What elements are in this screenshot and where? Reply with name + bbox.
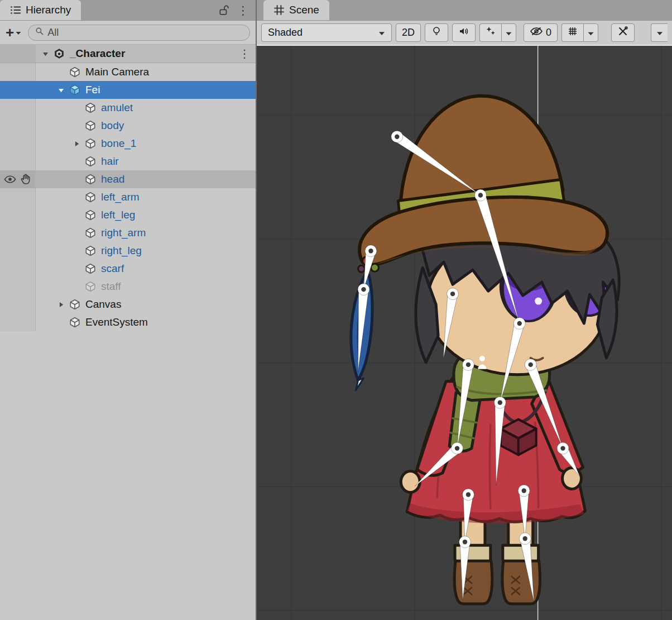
scene-audio-toggle[interactable] xyxy=(452,23,476,42)
chevron-down-icon xyxy=(588,27,594,39)
cube-icon xyxy=(68,298,81,311)
row-gutter xyxy=(0,81,36,99)
foldout-collapsed-icon[interactable] xyxy=(69,140,84,147)
search-icon xyxy=(35,27,44,38)
cube-disabled-icon xyxy=(84,280,97,293)
bone-joint-center xyxy=(478,193,483,197)
plus-icon: + xyxy=(6,25,14,40)
character-right-hand xyxy=(563,468,582,489)
hierarchy-item-eventsystem[interactable]: EventSystem xyxy=(0,313,256,331)
speaker-icon xyxy=(458,26,469,40)
bone-joint-center xyxy=(523,536,527,541)
scene-lighting-toggle[interactable] xyxy=(425,23,448,42)
draw-mode-label: Shaded xyxy=(268,27,303,39)
bone-joint-center xyxy=(498,400,502,405)
prefab-cube-icon xyxy=(68,83,81,97)
item-label: right_arm xyxy=(101,227,146,239)
hierarchy-item-left_arm[interactable]: left_arm xyxy=(0,188,256,206)
tab-hierarchy[interactable]: Hierarchy xyxy=(0,0,81,20)
hidden-objects-toggle[interactable]: 0 xyxy=(524,23,558,42)
row-gutter xyxy=(0,135,36,152)
hierarchy-list-icon xyxy=(10,4,21,16)
add-gameobject-button[interactable]: + xyxy=(6,25,21,40)
toolbar-overflow-dropdown[interactable] xyxy=(651,23,668,42)
hierarchy-toolbar: + All xyxy=(0,21,256,45)
scene-viewport[interactable] xyxy=(257,46,672,620)
hierarchy-item-body[interactable]: body xyxy=(0,117,256,135)
grid-settings-dropdown[interactable] xyxy=(583,23,598,42)
hierarchy-item-canvas[interactable]: Canvas xyxy=(0,295,256,313)
hierarchy-item-main-camera[interactable]: Main Camera xyxy=(0,63,256,81)
row-gutter xyxy=(0,63,36,81)
grid-visibility-toggle[interactable] xyxy=(561,23,583,42)
hierarchy-item-scarf[interactable]: scarf xyxy=(0,260,256,278)
hierarchy-item-staff[interactable]: staff xyxy=(0,278,256,295)
row-gutter xyxy=(0,313,36,331)
hierarchy-item-head[interactable]: head xyxy=(0,170,256,188)
foldout-expanded-icon[interactable] xyxy=(54,87,68,94)
scene-canvas xyxy=(257,46,672,620)
character-left-hand xyxy=(401,471,420,493)
projection-2d-toggle[interactable]: 2D xyxy=(396,23,421,42)
character-sprite[interactable] xyxy=(351,96,619,604)
item-label: bone_1 xyxy=(101,137,136,150)
hierarchy-item-right_leg[interactable]: right_leg xyxy=(0,242,256,260)
cube-icon xyxy=(84,101,97,115)
cube-icon xyxy=(84,190,97,204)
eye-icon[interactable] xyxy=(4,173,16,185)
row-gutter xyxy=(0,224,36,242)
search-value: All xyxy=(47,27,59,39)
bone-joint-center xyxy=(450,292,455,296)
item-label: body xyxy=(101,120,124,132)
cube-icon xyxy=(84,173,97,186)
scene-grid-icon xyxy=(273,4,285,16)
hierarchy-item-hair[interactable]: hair xyxy=(0,152,256,170)
hierarchy-tab-actions: ⋮ xyxy=(218,0,256,20)
hidden-count-label: 0 xyxy=(546,27,551,39)
foldout-collapsed-icon[interactable] xyxy=(54,301,68,308)
item-label: hair xyxy=(101,155,119,168)
hierarchy-item-amulet[interactable]: amulet xyxy=(0,99,256,117)
chevron-down-icon xyxy=(378,27,385,39)
unity-editor-window: Hierarchy ⋮ + All _ xyxy=(0,0,672,620)
scene-effects-group xyxy=(479,23,516,42)
hierarchy-search-input[interactable]: All xyxy=(28,25,250,41)
bone-joint-center xyxy=(466,363,471,367)
hierarchy-item-fei[interactable]: Fei xyxy=(0,81,256,99)
scene-effects-dropdown[interactable] xyxy=(501,23,516,42)
component-tools-button[interactable] xyxy=(611,23,635,42)
scene-effects-toggle[interactable] xyxy=(479,23,501,42)
row-gutter xyxy=(0,295,36,313)
lightbulb-icon xyxy=(431,26,442,40)
foldout-expanded-icon[interactable] xyxy=(38,50,52,58)
item-label: staff xyxy=(101,280,121,293)
item-label: Canvas xyxy=(85,298,121,311)
kebab-menu-icon[interactable]: ⋮ xyxy=(237,4,249,16)
row-gutter xyxy=(0,117,36,135)
hierarchy-tree: _Character⋮Main CameraFeiamuletbodybone_… xyxy=(0,45,256,620)
row-gutter xyxy=(0,278,36,295)
hierarchy-item-_character[interactable]: _Character⋮ xyxy=(0,45,256,63)
hierarchy-panel: Hierarchy ⋮ + All _ xyxy=(0,0,257,620)
eye-hidden-icon xyxy=(530,27,543,39)
projection-2d-label: 2D xyxy=(402,27,415,39)
lock-icon[interactable] xyxy=(218,4,229,16)
tab-scene[interactable]: Scene xyxy=(263,0,329,20)
hierarchy-item-bone_1[interactable]: bone_1 xyxy=(0,135,256,152)
item-label: right_leg xyxy=(101,245,142,257)
hierarchy-item-left_leg[interactable]: left_leg xyxy=(0,206,256,224)
row-gutter xyxy=(0,170,36,188)
item-label: _Character xyxy=(70,47,125,60)
draw-mode-dropdown[interactable]: Shaded xyxy=(261,23,392,42)
hierarchy-item-right_arm[interactable]: right_arm xyxy=(0,224,256,242)
cube-icon xyxy=(68,65,81,79)
sparkle-stars-icon xyxy=(485,26,496,40)
item-label: left_arm xyxy=(101,191,140,203)
hand-icon[interactable] xyxy=(20,173,32,185)
item-kebab-menu-icon[interactable]: ⋮ xyxy=(239,47,250,60)
bone-joint-center xyxy=(528,363,532,367)
item-label: Fei xyxy=(85,84,100,96)
cube-icon xyxy=(84,137,97,150)
cube-icon xyxy=(68,316,81,329)
bone-joint-center xyxy=(455,446,459,450)
